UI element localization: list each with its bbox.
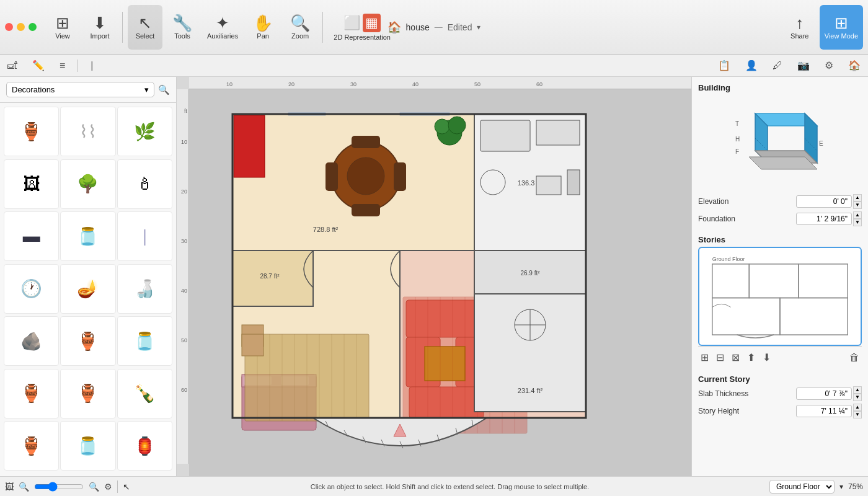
home-sec-icon[interactable]: 🏠 bbox=[846, 57, 863, 74]
elevation-down[interactable]: ▼ bbox=[853, 202, 862, 209]
viewmode-button[interactable]: ⊞ View Mode bbox=[820, 5, 863, 50]
current-story-section: Current Story Slab Thickness ▲ ▼ Story H… bbox=[698, 374, 862, 421]
floor-selector[interactable]: Ground Floor Floor 1 Floor 2 bbox=[769, 480, 835, 494]
item-stone[interactable]: 🪨 bbox=[4, 316, 59, 366]
item-red-vase[interactable]: 🏺 bbox=[4, 369, 59, 418]
left-panel: Decorations ▾ 🔍 🏺 ⌇⌇ 🌿 🖼 🌳 🕯 ▬ 🫙 | 🕐 🪔 🍶… bbox=[0, 77, 177, 476]
foundation-down[interactable]: ▼ bbox=[853, 219, 862, 226]
item-tray[interactable]: 🖼 bbox=[4, 159, 59, 209]
representation-button[interactable]: ⬜ ▦ 2D Representation bbox=[328, 5, 396, 50]
slab-up[interactable]: ▲ bbox=[853, 386, 862, 394]
share-button[interactable]: ↑ Share bbox=[782, 5, 817, 50]
story-height-up[interactable]: ▲ bbox=[853, 404, 862, 411]
elevation-label: Elevation bbox=[698, 197, 728, 206]
item-lamp[interactable]: 🕯 bbox=[117, 159, 172, 209]
zoom-in-button[interactable]: 🔍 bbox=[89, 482, 99, 492]
svg-rect-46 bbox=[242, 334, 264, 356]
delete-story-button[interactable]: 🗑 bbox=[847, 351, 862, 365]
svg-rect-20 bbox=[352, 136, 380, 148]
item-olive-vase[interactable]: 🏺 bbox=[60, 369, 115, 418]
svg-text:28.7 ft²: 28.7 ft² bbox=[260, 273, 280, 280]
close-button[interactable] bbox=[5, 23, 13, 31]
item-vase3[interactable]: 🫙 bbox=[117, 316, 172, 366]
stories-toolbar: ⊞ ⊟ ⊠ ⬆ ⬇ 🗑 bbox=[698, 346, 862, 365]
item-rug[interactable]: ▬ bbox=[4, 211, 59, 261]
floor-dropdown-arrow[interactable]: ▾ bbox=[839, 482, 843, 491]
item-vase1[interactable]: 🏺 bbox=[4, 107, 59, 156]
settings-icon[interactable]: ⚙ bbox=[822, 57, 836, 74]
canvas-area[interactable]: 10 20 30 40 50 60 ft 10 20 30 40 50 60 bbox=[177, 77, 691, 476]
layout-button[interactable]: ⊠ bbox=[729, 350, 742, 365]
viewmode-label: View Mode bbox=[825, 32, 858, 40]
item-jar[interactable]: 🪔 bbox=[60, 264, 115, 314]
svg-rect-28 bbox=[234, 115, 265, 177]
foundation-label: Foundation bbox=[698, 215, 735, 223]
maximize-button[interactable] bbox=[29, 23, 37, 31]
svg-rect-13 bbox=[480, 120, 530, 151]
photo-button[interactable]: 🖼 bbox=[5, 482, 14, 492]
2d-icon: ⬜ bbox=[343, 15, 360, 31]
building-section: Building T H F bbox=[698, 83, 862, 229]
pan-label: Pan bbox=[257, 32, 269, 40]
svg-marker-93 bbox=[749, 157, 817, 169]
divider1 bbox=[122, 12, 123, 43]
item-bottle[interactable]: 🍶 bbox=[117, 264, 172, 314]
settings-btn[interactable]: ⚙ bbox=[104, 482, 112, 492]
search-icon[interactable]: 🔍 bbox=[158, 84, 170, 95]
item-lantern[interactable]: 🏮 bbox=[117, 421, 172, 471]
item-vase2[interactable]: 🫙 bbox=[60, 211, 115, 261]
item-clock[interactable]: 🕐 bbox=[4, 264, 59, 314]
elevation-input[interactable] bbox=[796, 195, 852, 208]
item-teal-bottle[interactable]: 🍾 bbox=[117, 369, 172, 418]
blueprint-icon[interactable]: 📋 bbox=[715, 57, 733, 74]
item-pot[interactable]: 🏺 bbox=[60, 316, 115, 366]
down-button[interactable]: ⬇ bbox=[760, 350, 773, 365]
foundation-value-container: ▲ ▼ bbox=[796, 211, 862, 226]
foundation-up[interactable]: ▲ bbox=[853, 211, 862, 219]
slab-label: Slab Thickness bbox=[698, 389, 748, 398]
sofa-icon[interactable]: 🛋 bbox=[5, 58, 20, 74]
pan-button[interactable]: ✋ Pan bbox=[246, 5, 280, 50]
dropdown-arrow[interactable]: ▾ bbox=[477, 23, 480, 32]
category-dropdown[interactable]: Decorations ▾ bbox=[6, 82, 154, 97]
story-height-down[interactable]: ▼ bbox=[853, 411, 862, 418]
floor-plan-svg[interactable]: 20.4 ft² 136.3 ft² bbox=[189, 89, 636, 461]
zoom-button[interactable]: 🔍 Zoom bbox=[283, 5, 317, 50]
person-icon[interactable]: 👤 bbox=[743, 57, 760, 74]
svg-text:H: H bbox=[735, 136, 740, 143]
import-button[interactable]: ⬇ Import bbox=[82, 5, 117, 50]
item-tree[interactable]: 🌳 bbox=[60, 159, 115, 209]
item-urn[interactable]: 🏺 bbox=[4, 421, 59, 471]
draw-icon[interactable]: ✏️ bbox=[30, 57, 47, 74]
slab-input[interactable] bbox=[796, 388, 852, 400]
zoom-slider[interactable] bbox=[34, 482, 84, 492]
item-windchime[interactable]: ⌇⌇ bbox=[60, 107, 115, 156]
zoom-out-button[interactable]: 🔍 bbox=[19, 482, 29, 492]
item-pillar[interactable]: | bbox=[117, 211, 172, 261]
canvas-background[interactable]: 20.4 ft² 136.3 ft² bbox=[189, 89, 691, 476]
copy-story-button[interactable]: ⊟ bbox=[714, 350, 727, 365]
minimize-button[interactable] bbox=[17, 23, 25, 31]
auxiliaries-button[interactable]: ✦ Auxiliaries bbox=[202, 5, 243, 50]
view-button[interactable]: ⊞ View bbox=[45, 5, 80, 50]
up-button[interactable]: ⬆ bbox=[745, 350, 758, 365]
list-icon[interactable]: ≡ bbox=[57, 58, 68, 74]
pen-icon[interactable]: 🖊 bbox=[770, 58, 785, 74]
stories-section: Stories Ground Floor bbox=[698, 235, 862, 365]
cursor-icon: ↖ bbox=[123, 482, 130, 492]
ruler-icon[interactable]: | bbox=[88, 58, 95, 74]
tools-button[interactable]: 🔧 Tools bbox=[165, 5, 200, 50]
select-button[interactable]: ↖ Select bbox=[128, 5, 162, 50]
foundation-input[interactable] bbox=[796, 213, 852, 225]
share-label: Share bbox=[790, 32, 808, 40]
story-height-stepper: ▲ ▼ bbox=[853, 404, 862, 418]
item-brown-urn[interactable]: 🫙 bbox=[60, 421, 115, 471]
add-story-button[interactable]: ⊞ bbox=[698, 350, 711, 365]
camera-icon[interactable]: 📷 bbox=[795, 57, 812, 74]
item-plant1[interactable]: 🌿 bbox=[117, 107, 172, 156]
elevation-up[interactable]: ▲ bbox=[853, 194, 862, 202]
divider2 bbox=[322, 12, 323, 43]
story-height-input[interactable] bbox=[796, 405, 852, 417]
slab-down[interactable]: ▼ bbox=[853, 394, 862, 401]
secondary-toolbar: 🛋 ✏️ ≡ | 📋 👤 🖊 📷 ⚙ 🏠 bbox=[0, 55, 868, 77]
